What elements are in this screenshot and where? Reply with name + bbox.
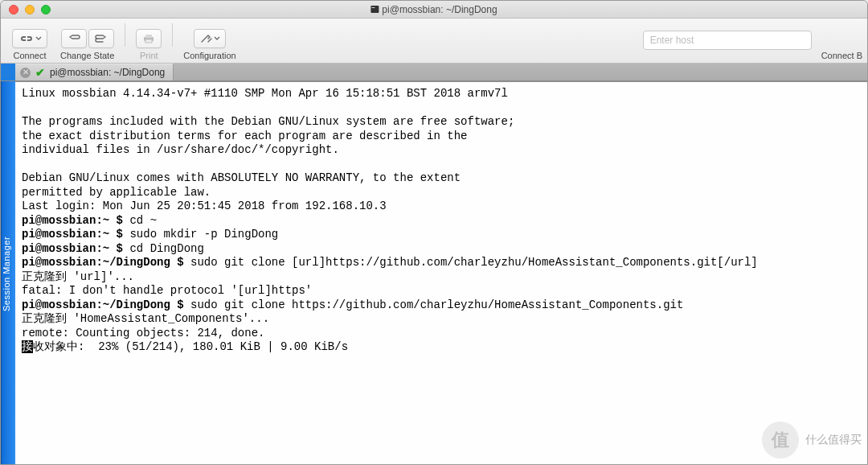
host-input[interactable] (643, 31, 812, 50)
zoom-window-button[interactable] (41, 5, 51, 14)
window-title-text: pi@mossbian: ~/DingDong (382, 4, 497, 15)
close-window-button[interactable] (9, 5, 18, 14)
titlebar: pi@mossbian: ~/DingDong (1, 1, 867, 19)
chevron-down-icon (214, 33, 220, 44)
terminal-line: pi@mossbian:~ $ sudo mkdir -p DingDong (22, 228, 861, 242)
connect-button[interactable] (12, 29, 47, 48)
svg-rect-1 (145, 35, 152, 38)
terminal-line: pi@mossbian:~ $ cd DingDong (22, 242, 861, 257)
toolbar-group-change-state: Change State (54, 19, 121, 63)
toolbar-group-connect-bar: Connect B (815, 19, 862, 63)
watermark-badge-icon: 值 (762, 422, 799, 459)
session-manager-sidebar[interactable]: Session Manager (1, 81, 15, 465)
toolbar-group-connect: Connect (6, 19, 54, 63)
session-manager-label: Session Manager (2, 236, 11, 311)
toolbar: Connect Change State (1, 19, 867, 64)
tab-close-button[interactable]: ✕ (20, 68, 31, 78)
print-button[interactable] (136, 29, 162, 48)
toolbar-group-host (640, 19, 815, 63)
terminal-line: Linux mossbian 4.14.34-v7+ #1110 SMP Mon… (22, 87, 861, 101)
loop-right-icon (94, 33, 108, 44)
minimize-window-button[interactable] (25, 5, 35, 14)
terminal-line: fatal: I don't handle protocol '[url]htt… (22, 284, 861, 298)
change-state-prev-button[interactable] (61, 29, 87, 48)
watermark-text: 什么值得买 (805, 433, 862, 447)
connect-bar-label: Connect B (821, 51, 862, 60)
loop-left-icon (67, 33, 81, 44)
toolbar-group-configuration: Configuration (177, 19, 242, 63)
tab-bar: ✕ ✔ pi@mossbian: ~/DingDong (1, 64, 867, 81)
terminal-line: Debian GNU/Linux comes with ABSOLUTELY N… (22, 171, 861, 186)
terminal-icon (371, 6, 379, 13)
status-connected-icon: ✔ (35, 66, 45, 79)
configuration-button[interactable] (194, 29, 226, 48)
print-label: Print (140, 51, 158, 60)
terminal-line (22, 101, 861, 116)
svg-rect-2 (145, 39, 152, 43)
configuration-label: Configuration (183, 51, 235, 60)
session-manager-handle-top[interactable] (1, 64, 15, 80)
tools-icon (199, 33, 214, 44)
terminal-line: pi@mossbian:~/DingDong $ sudo git clone … (22, 256, 861, 270)
terminal-line: The programs included with the Debian GN… (22, 115, 861, 130)
terminal-line: individual files in /usr/share/doc/*/cop… (22, 143, 861, 158)
connect-label: Connect (14, 51, 47, 60)
client-area: Session Manager Linux mossbian 4.14.34-v… (1, 81, 867, 465)
toolbar-group-print: Print (129, 19, 168, 63)
printer-icon (141, 33, 156, 44)
terminal-output[interactable]: Linux mossbian 4.14.34-v7+ #1110 SMP Mon… (15, 81, 867, 465)
window-title: pi@mossbian: ~/DingDong (371, 4, 497, 15)
terminal-line: Last login: Mon Jun 25 20:51:45 2018 fro… (22, 200, 861, 214)
terminal-line: pi@mossbian:~/DingDong $ sudo git clone … (22, 298, 861, 313)
terminal-line: 正克隆到 'url]'... (22, 270, 861, 285)
chevron-down-icon (35, 33, 42, 44)
toolbar-separator (172, 23, 173, 47)
terminal-line: 正克隆到 'HomeAssistant_Components'... (22, 312, 861, 327)
terminal-line: remote: Counting objects: 214, done. (22, 327, 861, 341)
window-controls (1, 5, 51, 14)
terminal-line (22, 158, 861, 172)
change-state-label: Change State (60, 51, 114, 60)
tab-title: pi@mossbian: ~/DingDong (50, 67, 165, 78)
chain-link-icon (18, 33, 35, 44)
terminal-line: pi@mossbian:~ $ cd ~ (22, 214, 861, 228)
toolbar-separator (125, 23, 125, 47)
tab-active[interactable]: ✕ ✔ pi@mossbian: ~/DingDong (15, 64, 174, 80)
terminal-line: 接收对象中: 23% (51/214), 180.01 KiB | 9.00 K… (22, 340, 861, 355)
terminal-line: permitted by applicable law. (22, 186, 861, 200)
terminal-line: the exact distribution terms for each pr… (22, 130, 861, 144)
change-state-next-button[interactable] (88, 29, 114, 48)
watermark: 值 什么值得买 (762, 422, 862, 459)
